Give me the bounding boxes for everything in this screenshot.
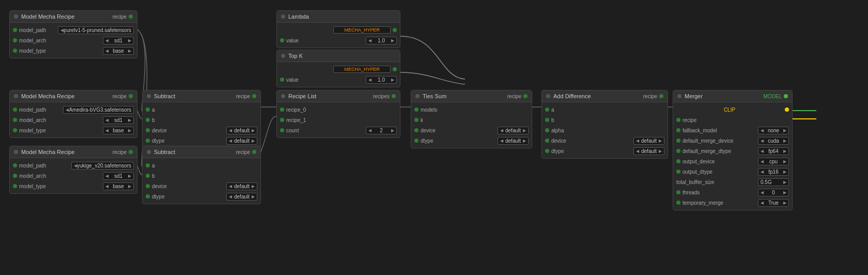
input-connector-b [545, 118, 549, 122]
node-canvas: Model Mecha Recipe recipe model_path ◀ p… [0, 0, 868, 275]
port-row-temp-merge: temporary_merge ◀ True ▶ [673, 197, 792, 208]
field-merge-device[interactable]: ◀ cuda ▶ [758, 137, 789, 145]
node-status-dot [14, 94, 18, 98]
clip-output-row: CLIP [673, 104, 792, 115]
input-connector [13, 118, 17, 122]
output-connector [252, 150, 256, 154]
node-add-difference-header: Add Difference recipe [542, 90, 668, 102]
field-device[interactable]: ◀ default ▶ [226, 182, 257, 190]
port-row-model-type: model_type ◀ base ▶ [10, 125, 137, 135]
node-top-k-header: Top K [277, 50, 400, 62]
node-lambda-header: Lambda [277, 11, 400, 23]
input-connector-recipe [676, 118, 680, 122]
port-row-dtype: dtype ◀ default ▶ [411, 135, 532, 146]
field-device[interactable]: ◀ default ▶ [226, 127, 257, 134]
port-row-b: b [143, 115, 260, 125]
port-row-badge: MECHA_HYPER [277, 25, 400, 35]
node-body: a b device ◀ default ▶ [143, 158, 260, 204]
field-model-path[interactable]: ◀ yukige_v20.safetensors [71, 162, 134, 170]
field-buffer-size[interactable]: 0.5G ▶ [758, 178, 789, 186]
port-row-device: device ◀ default ▶ [143, 125, 260, 135]
port-row-recipe0: recipe_0 [277, 104, 400, 115]
node-body: models k device ◀ default ▶ [411, 102, 532, 148]
port-row-model-path: model_path ◀ Amedira-bVG3.safetensors [10, 104, 137, 115]
field-model-arch[interactable]: ◀ sd1 ▶ [103, 37, 134, 44]
node-subtract-2: Subtract recipe a b [142, 146, 261, 204]
node-top-k: Top K MECHA_HYPER value ◀ 1.0 ▶ [276, 50, 400, 87]
mecha-hyper-badge: MECHA_HYPER [333, 66, 391, 73]
field-dtype[interactable]: ◀ default ▶ [633, 147, 664, 155]
port-row-count: count ◀ 2 ▶ [277, 125, 400, 135]
field-device[interactable]: ◀ default ▶ [498, 127, 529, 134]
input-connector [13, 49, 17, 53]
output-connector [523, 94, 528, 98]
node-model-mecha-2-header: Model Mecha Recipe recipe [10, 90, 137, 102]
output-connector [129, 14, 133, 19]
node-title: Merger [685, 93, 703, 99]
node-status-dot [415, 94, 420, 98]
port-row-model-type: model_type ◀ base ▶ [10, 181, 137, 191]
field-temp-merge[interactable]: ◀ True ▶ [758, 199, 789, 207]
output-connector [392, 94, 396, 98]
field-count[interactable]: ◀ 2 ▶ [366, 127, 397, 134]
port-row-buffer-size: total_buffer_size 0.5G ▶ [673, 177, 792, 187]
field-model-type[interactable]: ◀ base ▶ [103, 127, 134, 134]
output-connector [393, 28, 397, 32]
input-connector-a [146, 108, 150, 112]
port-row-model-path: model_path ◀ yukige_v20.safetensors [10, 160, 137, 171]
output-label: recipe [113, 94, 133, 99]
field-model-path[interactable]: ◀ Amedira-bVG3.safetensors [63, 106, 134, 114]
output-connector [129, 150, 133, 154]
input-connector [146, 128, 150, 132]
field-dtype[interactable]: ◀ default ▶ [498, 137, 529, 145]
node-status-dot [147, 94, 151, 98]
field-fallback[interactable]: ◀ none ▶ [758, 127, 789, 134]
field-device[interactable]: ◀ default ▶ [633, 137, 664, 145]
node-ties-sum-header: Ties Sum recipe [411, 90, 532, 102]
input-connector [13, 128, 17, 132]
field-threads[interactable]: ◀ 0 ▶ [758, 189, 789, 196]
port-row-b: b [143, 171, 260, 181]
node-body: model_path ◀ Amedira-bVG3.safetensors mo… [10, 102, 137, 138]
port-row-dtype: dtype ◀ default ▶ [143, 191, 260, 202]
port-row-device: device ◀ default ▶ [143, 181, 260, 191]
input-connector [545, 149, 549, 153]
field-dtype[interactable]: ◀ default ▶ [226, 137, 257, 145]
input-connector [280, 128, 284, 132]
input-connector [280, 78, 284, 82]
field-merge-dtype[interactable]: ◀ fp64 ▶ [758, 147, 789, 155]
field-output-dtype[interactable]: ◀ fp16 ▶ [758, 168, 789, 176]
output-connector [659, 94, 663, 98]
field-value[interactable]: ◀ 1.0 ▶ [366, 76, 397, 84]
input-connector [13, 174, 17, 178]
input-connector [676, 128, 680, 132]
output-label: recipe [113, 14, 133, 20]
node-status-dot [677, 94, 681, 98]
field-dtype[interactable]: ◀ default ▶ [226, 193, 257, 201]
node-status-dot [281, 54, 285, 58]
field-value[interactable]: ◀ 1.0 ▶ [366, 37, 397, 44]
field-model-type[interactable]: ◀ base ▶ [103, 47, 134, 55]
input-connector [545, 139, 549, 143]
input-connector [146, 184, 150, 188]
port-row-dtype: dtype ◀ default ▶ [542, 146, 668, 156]
field-output-device[interactable]: ◀ cpu ▶ [758, 158, 789, 165]
port-row-k: k [411, 115, 532, 125]
field-model-type[interactable]: ◀ base ▶ [103, 182, 134, 190]
node-status-dot [14, 150, 18, 154]
node-status-dot [281, 14, 285, 19]
output-label: recipe [236, 149, 256, 155]
field-model-arch[interactable]: ◀ sd1 ▶ [103, 116, 134, 124]
node-model-mecha-2: Model Mecha Recipe recipe model_path ◀ A… [9, 90, 137, 138]
field-model-arch[interactable]: ◀ sd1 ▶ [103, 172, 134, 180]
field-model-path[interactable]: ◀ purelv1-5-pruned.safetensors [58, 26, 134, 34]
node-body: CLIP recipe fallback_model ◀ none ▶ [673, 102, 792, 210]
input-connector [676, 149, 680, 153]
node-body: a b device ◀ default ▶ [143, 102, 260, 148]
input-connector [280, 108, 284, 112]
node-ties-sum: Ties Sum recipe models k [411, 90, 532, 148]
input-connector [676, 201, 680, 205]
port-row-merge-device: default_merge_device ◀ cuda ▶ [673, 135, 792, 146]
node-status-dot [14, 14, 18, 19]
port-row-model-arch: model_arch ◀ sd1 ▶ [10, 35, 137, 45]
